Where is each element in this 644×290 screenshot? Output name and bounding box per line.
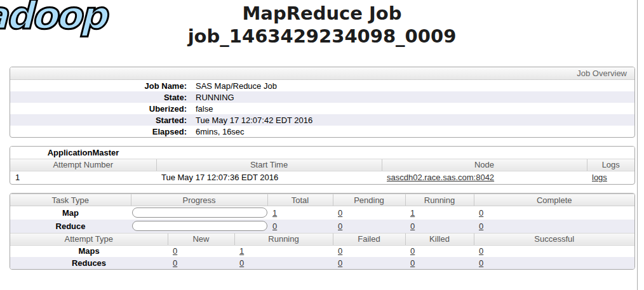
spacer-cell <box>587 147 634 159</box>
task-type-reduce-label: Reduce <box>10 220 131 233</box>
field-row-job-name: Job Name: SAS Map/Reduce Job <box>10 80 634 91</box>
field-label: State: <box>10 91 193 103</box>
application-master-table: ApplicationMaster Attempt Number Start T… <box>10 147 634 184</box>
task-row-reduce: Reduce 0 0 0 0 <box>10 220 634 233</box>
col-header-attempts-running: Running <box>234 233 333 245</box>
field-label: Uberized: <box>10 103 193 114</box>
map-progress-bar <box>132 208 267 218</box>
application-master-caption-row: ApplicationMaster <box>10 147 634 159</box>
col-header-total: Total <box>267 194 333 206</box>
reduce-running-link[interactable]: 0 <box>410 221 415 231</box>
task-row-map: Map 1 0 1 0 <box>10 206 634 220</box>
col-header-running: Running <box>405 194 474 206</box>
application-master-attempt-row: 1 Tue May 17 12:07:36 EDT 2016 sascdh02.… <box>10 171 634 184</box>
field-label: Started: <box>10 114 193 126</box>
field-value: false <box>193 103 634 114</box>
col-header-attempt-type: Attempt Type <box>10 233 168 245</box>
reduces-new-link[interactable]: 0 <box>173 258 177 268</box>
hadoop-logo[interactable]: hadoop <box>0 0 105 34</box>
application-master-block: ApplicationMaster Attempt Number Start T… <box>10 146 635 185</box>
attempt-number-value: 1 <box>10 171 156 184</box>
mapreduce-job-page: hadoop MapReduce Job job_1463429234098_0… <box>0 0 644 290</box>
field-row-started: Started: Tue May 17 12:07:42 EDT 2016 <box>10 114 634 126</box>
field-row-state: State: RUNNING <box>10 91 634 103</box>
attempt-row-maps: Maps 0 1 0 0 0 <box>10 245 634 257</box>
field-value: 6mins, 16sec <box>193 126 634 137</box>
field-value job-state-value: RUNNING <box>193 91 634 103</box>
col-header-logs: Logs <box>587 159 634 171</box>
application-master-header-row: Attempt Number Start Time Node Logs <box>10 159 634 171</box>
map-running-link[interactable]: 1 <box>410 208 415 218</box>
col-header-attempt-number: Attempt Number <box>10 159 156 171</box>
job-overview-header: Job Overview <box>10 67 634 80</box>
col-header-pending: Pending <box>333 194 405 206</box>
reduces-killed-link[interactable]: 0 <box>410 258 415 268</box>
col-header-task-type: Task Type <box>10 194 131 206</box>
tasks-attempts-block: Task Type Progress Total Pending Running… <box>10 193 635 270</box>
col-header-node: Node <box>382 159 587 171</box>
field-row-elapsed: Elapsed: 6mins, 16sec <box>10 126 634 137</box>
maps-new-link[interactable]: 0 <box>173 246 177 256</box>
application-master-title: ApplicationMaster <box>10 147 156 159</box>
spacer-cell <box>382 147 587 159</box>
tasks-table: Task Type Progress Total Pending Running… <box>10 194 634 233</box>
reduce-total-link[interactable]: 0 <box>272 221 277 231</box>
maps-running-link[interactable]: 1 <box>239 246 244 256</box>
map-total-link[interactable]: 1 <box>272 208 277 218</box>
field-row-uberized: Uberized: false <box>10 103 634 114</box>
attempt-type-maps-label: Maps <box>10 245 168 257</box>
col-header-failed: Failed <box>333 233 405 245</box>
attempt-start-time-value: Tue May 17 12:07:36 EDT 2016 <box>156 171 382 184</box>
attempt-row-reduces: Reduces 0 0 0 0 0 <box>10 257 634 269</box>
reduce-pending-link[interactable]: 0 <box>338 221 342 231</box>
reduce-complete-link[interactable]: 0 <box>479 221 483 231</box>
page-title-line2: job_1463429234098_0009 <box>188 25 457 47</box>
map-complete-link[interactable]: 0 <box>479 208 483 218</box>
reduce-progress-bar <box>132 221 267 231</box>
reduce-progress-cell <box>131 220 267 233</box>
attempts-header-row: Attempt Type New Running Failed Killed S… <box>10 233 634 245</box>
maps-failed-link[interactable]: 0 <box>338 246 342 256</box>
map-pending-link[interactable]: 0 <box>338 208 342 218</box>
node-link[interactable]: sascdh02.race.sas.com:8042 <box>387 173 494 182</box>
job-overview-table: Job Name: SAS Map/Reduce Job State: RUNN… <box>10 80 634 137</box>
col-header-killed: Killed <box>405 233 474 245</box>
task-type-map-label: Map <box>10 206 131 220</box>
page-title-line1: MapReduce Job <box>242 3 401 24</box>
window-edge-divider <box>637 0 638 290</box>
spacer-cell <box>156 147 382 159</box>
reduces-successful-link[interactable]: 0 <box>479 258 483 268</box>
tasks-header-row: Task Type Progress Total Pending Running… <box>10 194 634 206</box>
attempts-table: Attempt Type New Running Failed Killed S… <box>10 233 634 270</box>
reduces-running-link[interactable]: 0 <box>239 258 244 268</box>
field-value: Tue May 17 12:07:42 EDT 2016 <box>193 114 634 126</box>
col-header-start-time: Start Time <box>156 159 382 171</box>
maps-successful-link[interactable]: 0 <box>479 246 483 256</box>
map-progress-cell <box>131 206 267 220</box>
col-header-complete: Complete <box>474 194 634 206</box>
col-header-successful: Successful <box>474 233 634 245</box>
attempt-type-reduces-label: Reduces <box>10 257 168 269</box>
job-overview-block: Job Overview Job Name: SAS Map/Reduce Jo… <box>10 67 635 138</box>
field-value: SAS Map/Reduce Job <box>193 80 634 91</box>
maps-killed-link[interactable]: 0 <box>410 246 415 256</box>
logs-link[interactable]: logs <box>592 173 607 182</box>
col-header-new: New <box>168 233 234 245</box>
field-label: Elapsed: <box>10 126 193 137</box>
reduces-failed-link[interactable]: 0 <box>338 258 342 268</box>
col-header-progress: Progress <box>131 194 267 206</box>
field-label: Job Name: <box>10 80 193 91</box>
